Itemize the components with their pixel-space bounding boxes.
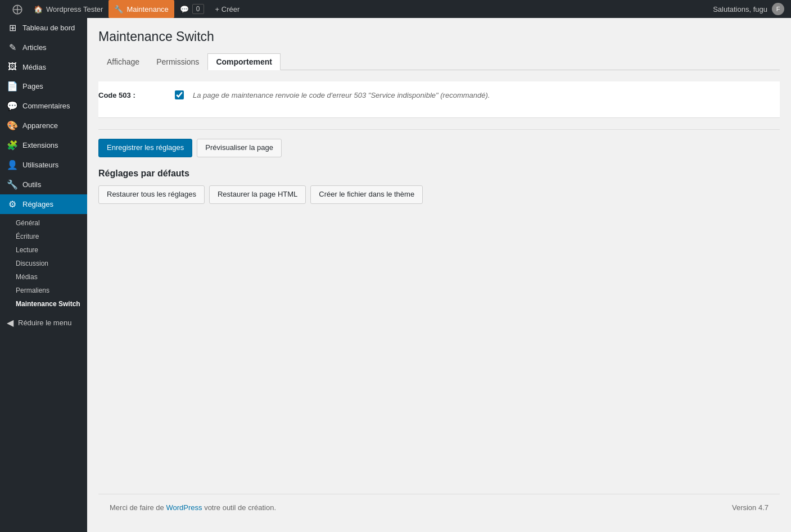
comment-icon: 💬 <box>180 5 189 13</box>
avatar: F <box>772 3 784 15</box>
footer: Merci de faire de WordPress votre outil … <box>98 494 780 521</box>
sidebar-item-articles[interactable]: ✎ Articles <box>0 38 87 57</box>
wp-logo: ⨁ <box>7 0 28 18</box>
tab-permissions[interactable]: Permissions <box>148 53 207 70</box>
restore-html-button[interactable]: Restaurer la page HTML <box>209 185 306 204</box>
adminbar-create[interactable]: + Créer <box>210 0 246 18</box>
collapse-menu[interactable]: ◀ Réduire le menu <box>0 313 87 333</box>
submenu-ecriture[interactable]: Écriture <box>0 230 87 243</box>
sidebar-item-extensions[interactable]: 🧩 Extensions <box>0 135 87 155</box>
submenu-medias-sub[interactable]: Médias <box>0 270 87 284</box>
code503-label: Code 503 : <box>98 91 166 99</box>
save-button[interactable]: Enregistrer les réglages <box>98 139 192 157</box>
sidebar-item-commentaires[interactable]: 💬 Commentaires <box>0 96 87 116</box>
comments-icon: 💬 <box>7 101 18 111</box>
sidebar-item-outils[interactable]: 🔧 Outils <box>0 175 87 194</box>
extensions-icon: 🧩 <box>7 140 18 151</box>
home-icon: 🏠 <box>34 5 43 13</box>
dashboard-icon: ⊞ <box>7 22 18 33</box>
code503-description: La page de maintenance renvoie le code d… <box>193 91 490 99</box>
sidebar-item-medias[interactable]: 🖼 Médias <box>0 57 87 76</box>
appearance-icon: 🎨 <box>7 120 18 131</box>
defaults-section-title: Réglages par défauts <box>98 169 780 179</box>
tools-icon: 🔧 <box>7 179 18 190</box>
submenu-maintenance-switch[interactable]: Maintenance Switch <box>0 297 87 311</box>
page-title: Maintenance Switch <box>98 29 780 44</box>
users-icon: 👤 <box>7 160 18 170</box>
sidebar-item-apparence[interactable]: 🎨 Apparence <box>0 116 87 135</box>
footer-version: Version 4.7 <box>732 503 769 512</box>
create-theme-button[interactable]: Créer le fichier dans le thème <box>310 185 423 204</box>
media-icon: 🖼 <box>7 62 18 72</box>
action-buttons: Enregistrer les réglages Prévisualiser l… <box>98 139 780 157</box>
footer-credit: Merci de faire de WordPress votre outil … <box>110 503 276 512</box>
pages-icon: 📄 <box>7 81 18 92</box>
wrench-icon: 🔧 <box>114 5 123 13</box>
submenu-general[interactable]: Général <box>0 216 87 230</box>
settings-icon: ⚙ <box>7 199 18 210</box>
submenu-lecture[interactable]: Lecture <box>0 243 87 257</box>
collapse-icon: ◀ <box>7 317 13 328</box>
preview-button[interactable]: Prévisualiser la page <box>197 139 282 157</box>
adminbar-maintenance[interactable]: 🔧 Maintenance <box>109 0 174 18</box>
tab-comportement[interactable]: Comportement <box>207 53 281 70</box>
restore-all-button[interactable]: Restaurer tous les réglages <box>98 185 205 204</box>
code503-checkbox[interactable] <box>175 90 184 99</box>
sidebar-item-pages[interactable]: 📄 Pages <box>0 76 87 96</box>
sidebar-item-reglages[interactable]: ⚙ Réglages <box>0 194 87 214</box>
greeting-text: Salutations, fugu <box>713 5 767 13</box>
articles-icon: ✎ <box>7 42 18 53</box>
adminbar-site-name[interactable]: 🏠 Wordpress Tester <box>28 0 109 18</box>
submenu-discussion[interactable]: Discussion <box>0 257 87 270</box>
sidebar-item-dashboard[interactable]: ⊞ Tableau de bord <box>0 18 87 38</box>
defaults-buttons: Restaurer tous les réglages Restaurer la… <box>98 185 780 204</box>
footer-wp-link[interactable]: WordPress <box>166 503 204 512</box>
tab-wrapper: Affichage Permissions Comportement <box>98 53 780 70</box>
adminbar-comments[interactable]: 💬 0 <box>174 0 210 18</box>
tab-affichage[interactable]: Affichage <box>98 53 148 70</box>
sidebar-item-utilisateurs[interactable]: 👤 Utilisateurs <box>0 155 87 175</box>
submenu-permaliens[interactable]: Permaliens <box>0 284 87 297</box>
